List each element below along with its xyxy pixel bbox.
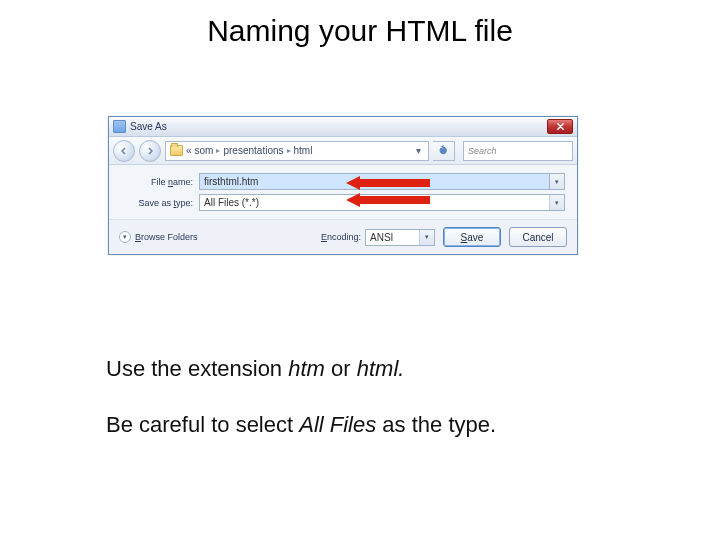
filename-label: File name: <box>121 177 193 187</box>
encoding-label: Encoding: <box>321 232 361 242</box>
filename-history-dropdown[interactable]: ▾ <box>550 173 565 190</box>
search-input[interactable]: Search <box>463 141 573 161</box>
breadcrumb-seg[interactable]: html <box>294 145 313 156</box>
folder-icon <box>170 145 183 156</box>
encoding-combobox[interactable]: ANSI ▾ <box>365 229 435 246</box>
refresh-icon <box>438 145 449 156</box>
chevron-right-icon: ▸ <box>287 146 291 155</box>
dialog-navbar: « som ▸ presentations ▸ html ▾ Search <box>109 137 577 165</box>
close-button[interactable] <box>547 119 573 134</box>
browse-folders-toggle[interactable]: ▾ Browse Folders <box>119 231 198 243</box>
nav-back-button[interactable] <box>113 140 135 162</box>
dialog-titlebar: Save As <box>109 117 577 137</box>
encoding-value: ANSI <box>370 232 393 243</box>
app-icon <box>113 120 126 133</box>
location-dropdown-icon[interactable]: ▾ <box>412 145 424 156</box>
slide-caption: Use the extension htm or html. <box>106 356 404 382</box>
search-placeholder: Search <box>468 146 497 156</box>
filetype-value: All Files (*.*) <box>204 197 259 208</box>
filetype-label: Save as type: <box>121 198 193 208</box>
chevron-down-icon: ▾ <box>419 230 434 245</box>
breadcrumb-seg[interactable]: som <box>195 145 214 156</box>
annotation-arrow <box>346 195 430 205</box>
refresh-button[interactable] <box>433 141 455 161</box>
save-as-dialog: Save As « som ▸ presentations ▸ html ▾ S… <box>108 116 578 255</box>
chevron-down-icon: ▾ <box>119 231 131 243</box>
dialog-footer: ▾ Browse Folders Encoding: ANSI ▾ Save C… <box>109 220 577 254</box>
chevron-down-icon: ▾ <box>549 195 564 210</box>
breadcrumb-prefix: « <box>186 145 192 156</box>
dialog-title: Save As <box>130 121 167 132</box>
location-bar[interactable]: « som ▸ presentations ▸ html ▾ <box>165 141 429 161</box>
dialog-form-area: File name: ▾ Save as type: All Files (*.… <box>109 165 577 220</box>
chevron-right-icon: ▸ <box>216 146 220 155</box>
nav-forward-button[interactable] <box>139 140 161 162</box>
cancel-button[interactable]: Cancel <box>509 227 567 247</box>
save-button[interactable]: Save <box>443 227 501 247</box>
annotation-arrow <box>346 178 430 188</box>
slide-caption: Be careful to select All Files as the ty… <box>106 412 496 438</box>
arrow-right-icon <box>145 146 155 156</box>
arrow-left-icon <box>119 146 129 156</box>
slide-title: Naming your HTML file <box>0 14 720 48</box>
breadcrumb-seg[interactable]: presentations <box>223 145 283 156</box>
close-icon <box>556 122 565 131</box>
